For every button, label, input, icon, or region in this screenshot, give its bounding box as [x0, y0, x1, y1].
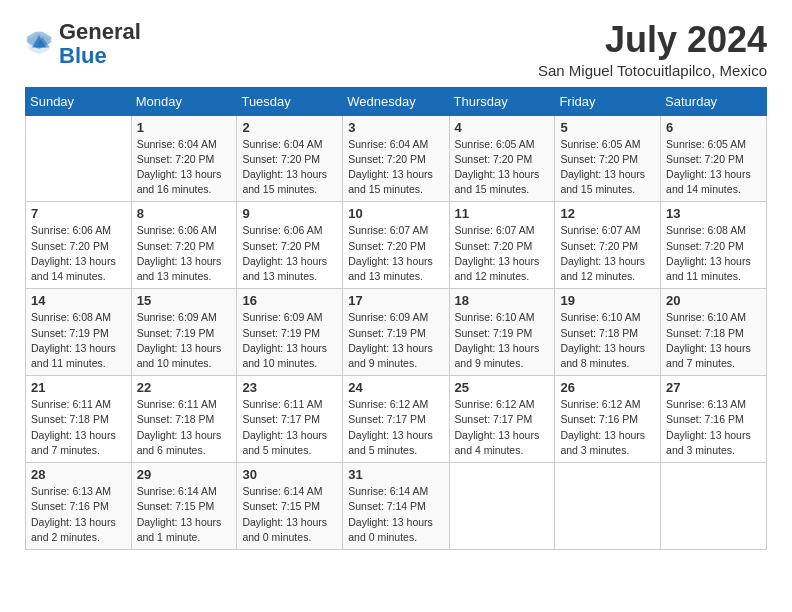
day-info: Sunrise: 6:12 AMSunset: 7:17 PMDaylight:…	[348, 397, 443, 458]
day-number: 12	[560, 206, 655, 221]
calendar-week-5: 28Sunrise: 6:13 AMSunset: 7:16 PMDayligh…	[26, 463, 767, 550]
day-number: 5	[560, 120, 655, 135]
day-info: Sunrise: 6:09 AMSunset: 7:19 PMDaylight:…	[348, 310, 443, 371]
calendar-cell: 20Sunrise: 6:10 AMSunset: 7:18 PMDayligh…	[661, 289, 767, 376]
day-number: 15	[137, 293, 232, 308]
calendar-cell: 4Sunrise: 6:05 AMSunset: 7:20 PMDaylight…	[449, 115, 555, 202]
day-number: 23	[242, 380, 337, 395]
day-number: 29	[137, 467, 232, 482]
calendar-cell: 14Sunrise: 6:08 AMSunset: 7:19 PMDayligh…	[26, 289, 132, 376]
day-info: Sunrise: 6:10 AMSunset: 7:19 PMDaylight:…	[455, 310, 550, 371]
calendar-cell: 3Sunrise: 6:04 AMSunset: 7:20 PMDaylight…	[343, 115, 449, 202]
calendar-cell: 7Sunrise: 6:06 AMSunset: 7:20 PMDaylight…	[26, 202, 132, 289]
calendar-cell: 27Sunrise: 6:13 AMSunset: 7:16 PMDayligh…	[661, 376, 767, 463]
day-info: Sunrise: 6:05 AMSunset: 7:20 PMDaylight:…	[455, 137, 550, 198]
day-info: Sunrise: 6:11 AMSunset: 7:18 PMDaylight:…	[31, 397, 126, 458]
calendar-cell: 15Sunrise: 6:09 AMSunset: 7:19 PMDayligh…	[131, 289, 237, 376]
calendar-cell: 1Sunrise: 6:04 AMSunset: 7:20 PMDaylight…	[131, 115, 237, 202]
calendar-cell: 30Sunrise: 6:14 AMSunset: 7:15 PMDayligh…	[237, 463, 343, 550]
day-number: 26	[560, 380, 655, 395]
calendar-cell	[555, 463, 661, 550]
calendar-week-2: 7Sunrise: 6:06 AMSunset: 7:20 PMDaylight…	[26, 202, 767, 289]
day-info: Sunrise: 6:10 AMSunset: 7:18 PMDaylight:…	[666, 310, 761, 371]
day-info: Sunrise: 6:14 AMSunset: 7:15 PMDaylight:…	[137, 484, 232, 545]
day-info: Sunrise: 6:07 AMSunset: 7:20 PMDaylight:…	[560, 223, 655, 284]
day-number: 6	[666, 120, 761, 135]
day-number: 30	[242, 467, 337, 482]
calendar-cell	[449, 463, 555, 550]
calendar-cell	[661, 463, 767, 550]
calendar-table: SundayMondayTuesdayWednesdayThursdayFrid…	[25, 87, 767, 550]
day-number: 21	[31, 380, 126, 395]
day-info: Sunrise: 6:04 AMSunset: 7:20 PMDaylight:…	[348, 137, 443, 198]
day-of-week-sunday: Sunday	[26, 87, 132, 115]
page-header: General Blue July 2024 San Miguel Totocu…	[25, 20, 767, 79]
day-info: Sunrise: 6:12 AMSunset: 7:16 PMDaylight:…	[560, 397, 655, 458]
calendar-cell: 2Sunrise: 6:04 AMSunset: 7:20 PMDaylight…	[237, 115, 343, 202]
day-info: Sunrise: 6:06 AMSunset: 7:20 PMDaylight:…	[137, 223, 232, 284]
day-number: 3	[348, 120, 443, 135]
day-number: 18	[455, 293, 550, 308]
day-of-week-tuesday: Tuesday	[237, 87, 343, 115]
day-info: Sunrise: 6:06 AMSunset: 7:20 PMDaylight:…	[242, 223, 337, 284]
day-of-week-thursday: Thursday	[449, 87, 555, 115]
calendar-cell: 19Sunrise: 6:10 AMSunset: 7:18 PMDayligh…	[555, 289, 661, 376]
day-of-week-monday: Monday	[131, 87, 237, 115]
day-number: 17	[348, 293, 443, 308]
logo-blue-text: Blue	[59, 43, 107, 68]
day-info: Sunrise: 6:11 AMSunset: 7:17 PMDaylight:…	[242, 397, 337, 458]
day-info: Sunrise: 6:13 AMSunset: 7:16 PMDaylight:…	[666, 397, 761, 458]
day-number: 10	[348, 206, 443, 221]
calendar-cell: 24Sunrise: 6:12 AMSunset: 7:17 PMDayligh…	[343, 376, 449, 463]
day-info: Sunrise: 6:07 AMSunset: 7:20 PMDaylight:…	[348, 223, 443, 284]
day-number: 22	[137, 380, 232, 395]
day-info: Sunrise: 6:04 AMSunset: 7:20 PMDaylight:…	[242, 137, 337, 198]
logo-icon	[25, 30, 53, 58]
day-number: 2	[242, 120, 337, 135]
day-number: 7	[31, 206, 126, 221]
day-info: Sunrise: 6:10 AMSunset: 7:18 PMDaylight:…	[560, 310, 655, 371]
calendar-week-1: 1Sunrise: 6:04 AMSunset: 7:20 PMDaylight…	[26, 115, 767, 202]
day-info: Sunrise: 6:07 AMSunset: 7:20 PMDaylight:…	[455, 223, 550, 284]
day-number: 11	[455, 206, 550, 221]
day-info: Sunrise: 6:09 AMSunset: 7:19 PMDaylight:…	[242, 310, 337, 371]
day-number: 4	[455, 120, 550, 135]
calendar-cell: 26Sunrise: 6:12 AMSunset: 7:16 PMDayligh…	[555, 376, 661, 463]
logo-general-text: General	[59, 19, 141, 44]
day-number: 9	[242, 206, 337, 221]
day-info: Sunrise: 6:08 AMSunset: 7:20 PMDaylight:…	[666, 223, 761, 284]
day-info: Sunrise: 6:11 AMSunset: 7:18 PMDaylight:…	[137, 397, 232, 458]
day-info: Sunrise: 6:12 AMSunset: 7:17 PMDaylight:…	[455, 397, 550, 458]
calendar-cell: 10Sunrise: 6:07 AMSunset: 7:20 PMDayligh…	[343, 202, 449, 289]
calendar-cell: 28Sunrise: 6:13 AMSunset: 7:16 PMDayligh…	[26, 463, 132, 550]
calendar-cell: 21Sunrise: 6:11 AMSunset: 7:18 PMDayligh…	[26, 376, 132, 463]
calendar-cell: 5Sunrise: 6:05 AMSunset: 7:20 PMDaylight…	[555, 115, 661, 202]
day-number: 24	[348, 380, 443, 395]
calendar-cell: 8Sunrise: 6:06 AMSunset: 7:20 PMDaylight…	[131, 202, 237, 289]
day-info: Sunrise: 6:14 AMSunset: 7:15 PMDaylight:…	[242, 484, 337, 545]
calendar-cell: 6Sunrise: 6:05 AMSunset: 7:20 PMDaylight…	[661, 115, 767, 202]
day-number: 8	[137, 206, 232, 221]
day-number: 13	[666, 206, 761, 221]
day-number: 20	[666, 293, 761, 308]
day-number: 19	[560, 293, 655, 308]
day-number: 27	[666, 380, 761, 395]
days-of-week-row: SundayMondayTuesdayWednesdayThursdayFrid…	[26, 87, 767, 115]
day-info: Sunrise: 6:13 AMSunset: 7:16 PMDaylight:…	[31, 484, 126, 545]
month-title: July 2024	[538, 20, 767, 60]
day-number: 28	[31, 467, 126, 482]
day-info: Sunrise: 6:05 AMSunset: 7:20 PMDaylight:…	[666, 137, 761, 198]
calendar-cell: 9Sunrise: 6:06 AMSunset: 7:20 PMDaylight…	[237, 202, 343, 289]
calendar-cell: 31Sunrise: 6:14 AMSunset: 7:14 PMDayligh…	[343, 463, 449, 550]
day-of-week-friday: Friday	[555, 87, 661, 115]
calendar-header: SundayMondayTuesdayWednesdayThursdayFrid…	[26, 87, 767, 115]
calendar-week-3: 14Sunrise: 6:08 AMSunset: 7:19 PMDayligh…	[26, 289, 767, 376]
calendar-cell: 11Sunrise: 6:07 AMSunset: 7:20 PMDayligh…	[449, 202, 555, 289]
location-text: San Miguel Totocuitlapilco, Mexico	[538, 62, 767, 79]
title-block: July 2024 San Miguel Totocuitlapilco, Me…	[538, 20, 767, 79]
day-number: 14	[31, 293, 126, 308]
calendar-cell: 22Sunrise: 6:11 AMSunset: 7:18 PMDayligh…	[131, 376, 237, 463]
day-info: Sunrise: 6:09 AMSunset: 7:19 PMDaylight:…	[137, 310, 232, 371]
calendar-cell: 23Sunrise: 6:11 AMSunset: 7:17 PMDayligh…	[237, 376, 343, 463]
day-number: 31	[348, 467, 443, 482]
